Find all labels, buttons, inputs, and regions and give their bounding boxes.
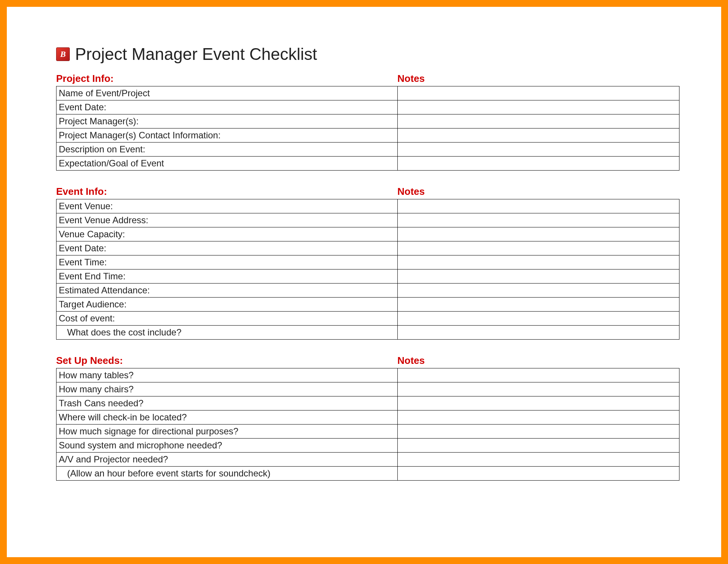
row-notes-cell[interactable] (398, 143, 679, 156)
table-row: How many tables? (56, 368, 679, 382)
row-notes-cell[interactable] (398, 157, 679, 170)
row-notes-cell[interactable] (398, 439, 679, 452)
table-row: Expectation/Goal of Event (56, 157, 679, 171)
row-label: Event Venue: (56, 199, 398, 213)
row-label: A/V and Projector needed? (56, 453, 398, 466)
row-label: Estimated Attendance: (56, 284, 398, 297)
row-notes-cell[interactable] (398, 213, 679, 227)
row-label: Target Audience: (56, 298, 398, 311)
table-row: Project Manager(s): (56, 114, 679, 128)
table-row: A/V and Projector needed? (56, 453, 679, 467)
table-row: What does the cost include? (56, 326, 679, 340)
row-label: Event Date: (56, 241, 398, 255)
row-label: How many tables? (56, 368, 398, 382)
title-row: B Project Manager Event Checklist (56, 45, 679, 64)
table-row: Event Time: (56, 255, 679, 269)
row-notes-cell[interactable] (398, 326, 679, 339)
row-notes-cell[interactable] (398, 128, 679, 142)
row-label: Venue Capacity: (56, 227, 398, 241)
section-set-up-needs: Set Up Needs: Notes How many tables? How… (56, 355, 679, 481)
row-label: Event Date: (56, 100, 398, 114)
row-notes-cell[interactable] (398, 312, 679, 325)
row-notes-cell[interactable] (398, 241, 679, 255)
section-event-info: Event Info: Notes Event Venue: Event Ven… (56, 186, 679, 340)
row-label: Event Time: (56, 255, 398, 269)
section-header-project-info: Project Info: Notes (56, 73, 679, 85)
row-notes-cell[interactable] (398, 382, 679, 396)
row-label: Name of Event/Project (56, 86, 398, 100)
row-notes-cell[interactable] (398, 425, 679, 438)
notes-heading: Notes (397, 186, 679, 197)
row-notes-cell[interactable] (398, 284, 679, 297)
table-row: How many chairs? (56, 382, 679, 396)
table-row: Venue Capacity: (56, 227, 679, 241)
table-row: Description on Event: (56, 143, 679, 157)
table-row: Event Date: (56, 241, 679, 255)
table-row: Cost of event: (56, 312, 679, 326)
row-label: Event End Time: (56, 269, 398, 283)
row-label: Where will check-in be located? (56, 410, 398, 424)
row-label: How much signage for directional purpose… (56, 425, 398, 438)
section-heading: Event Info: (56, 186, 397, 197)
section-heading: Set Up Needs: (56, 355, 397, 367)
row-label: Event Venue Address: (56, 213, 398, 227)
row-notes-cell[interactable] (398, 467, 679, 480)
table-row: Where will check-in be located? (56, 410, 679, 425)
row-notes-cell[interactable] (398, 255, 679, 269)
row-notes-cell[interactable] (398, 114, 679, 128)
table-row: Event Venue: (56, 199, 679, 213)
row-label: Sound system and microphone needed? (56, 439, 398, 452)
table-row: Sound system and microphone needed? (56, 439, 679, 453)
row-notes-cell[interactable] (398, 298, 679, 311)
notes-heading: Notes (397, 355, 679, 367)
table-row: Target Audience: (56, 298, 679, 312)
row-label: Project Manager(s) Contact Information: (56, 128, 398, 142)
table-set-up-needs: How many tables? How many chairs? Trash … (56, 368, 679, 481)
document-frame: B Project Manager Event Checklist Projec… (0, 0, 728, 564)
table-row: Event Venue Address: (56, 213, 679, 227)
table-row: Project Manager(s) Contact Information: (56, 128, 679, 143)
row-notes-cell[interactable] (398, 227, 679, 241)
row-label: How many chairs? (56, 382, 398, 396)
table-row: Trash Cans needed? (56, 396, 679, 410)
row-notes-cell[interactable] (398, 396, 679, 410)
row-notes-cell[interactable] (398, 410, 679, 424)
section-heading: Project Info: (56, 73, 397, 85)
logo-icon: B (56, 47, 70, 61)
section-header-event-info: Event Info: Notes (56, 186, 679, 197)
table-row: (Allow an hour before event starts for s… (56, 467, 679, 481)
document-title: Project Manager Event Checklist (75, 45, 317, 64)
row-label: Expectation/Goal of Event (56, 157, 398, 170)
table-project-info: Name of Event/Project Event Date: Projec… (56, 86, 679, 171)
row-label: Description on Event: (56, 143, 398, 156)
row-notes-cell[interactable] (398, 100, 679, 114)
row-label: What does the cost include? (56, 326, 398, 339)
section-project-info: Project Info: Notes Name of Event/Projec… (56, 73, 679, 171)
row-notes-cell[interactable] (398, 199, 679, 213)
table-row: Event Date: (56, 100, 679, 114)
row-label: Cost of event: (56, 312, 398, 325)
row-label: (Allow an hour before event starts for s… (56, 467, 398, 480)
row-notes-cell[interactable] (398, 86, 679, 100)
table-event-info: Event Venue: Event Venue Address: Venue … (56, 199, 679, 340)
row-label: Project Manager(s): (56, 114, 398, 128)
table-row: Estimated Attendance: (56, 284, 679, 298)
section-header-set-up-needs: Set Up Needs: Notes (56, 355, 679, 367)
row-notes-cell[interactable] (398, 453, 679, 466)
table-row: Name of Event/Project (56, 86, 679, 100)
table-row: Event End Time: (56, 269, 679, 284)
row-label: Trash Cans needed? (56, 396, 398, 410)
row-notes-cell[interactable] (398, 269, 679, 283)
row-notes-cell[interactable] (398, 368, 679, 382)
notes-heading: Notes (397, 73, 679, 85)
table-row: How much signage for directional purpose… (56, 425, 679, 439)
